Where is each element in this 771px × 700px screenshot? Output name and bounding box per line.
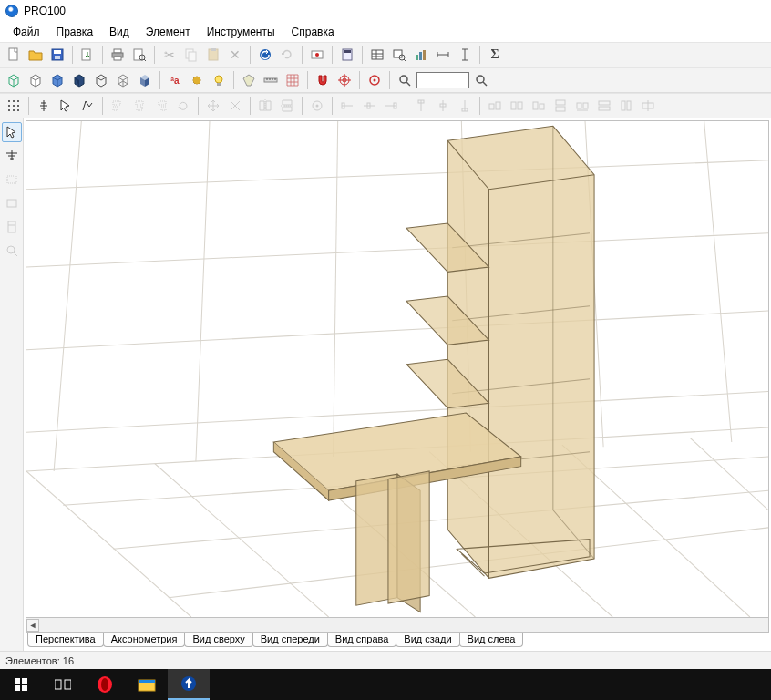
- rect2-tool-icon[interactable]: [2, 193, 22, 213]
- distrib-h1-icon[interactable]: [337, 96, 357, 116]
- dimension-h-icon[interactable]: [433, 45, 453, 65]
- start-button[interactable]: [0, 669, 42, 700]
- distrib-v1-icon[interactable]: [411, 96, 431, 116]
- separator: [406, 97, 406, 115]
- cut-icon[interactable]: ✂: [159, 45, 180, 65]
- panel-tool-icon[interactable]: [2, 217, 22, 237]
- taskbar-opera-icon[interactable]: [84, 669, 126, 700]
- grid-icon[interactable]: [283, 70, 303, 90]
- select-tool-icon[interactable]: [2, 122, 22, 142]
- dimension-v-icon[interactable]: [455, 45, 475, 65]
- flip-target-icon[interactable]: [307, 96, 327, 116]
- delete-icon[interactable]: ✕: [225, 45, 245, 65]
- tab-perspective[interactable]: Перспектива: [27, 633, 104, 647]
- save-icon[interactable]: [47, 45, 67, 65]
- snap-b8-icon[interactable]: [638, 96, 658, 116]
- tab-axonometry[interactable]: Аксонометрия: [103, 633, 186, 647]
- new-file-icon[interactable]: [4, 45, 24, 65]
- menu-file[interactable]: Файл: [5, 24, 47, 40]
- snap-grid-icon[interactable]: [4, 96, 24, 116]
- calculator-icon[interactable]: [337, 45, 357, 65]
- record-icon[interactable]: [307, 45, 327, 65]
- cube-shade-icon[interactable]: [135, 70, 155, 90]
- tag-icon[interactable]: [239, 70, 259, 90]
- paste-icon[interactable]: [203, 45, 223, 65]
- cube-blue-icon[interactable]: [47, 70, 67, 90]
- magnifier-icon[interactable]: [395, 70, 415, 90]
- cube-wire2-icon[interactable]: [113, 70, 133, 90]
- svg-rect-88: [496, 102, 500, 109]
- distrib-h3-icon[interactable]: [381, 96, 401, 116]
- align-left-icon[interactable]: [108, 96, 128, 116]
- mirror-h-icon[interactable]: [255, 96, 275, 116]
- viewport-3d[interactable]: [26, 120, 769, 618]
- scroll-left-icon[interactable]: ◄: [26, 619, 39, 632]
- search-input[interactable]: [416, 72, 469, 88]
- menu-help[interactable]: Справка: [284, 24, 342, 40]
- svg-point-17: [315, 53, 319, 57]
- snap-b2-icon[interactable]: [507, 96, 527, 116]
- rect-tool-icon[interactable]: [2, 170, 22, 190]
- snap-b3-icon[interactable]: [529, 96, 549, 116]
- chart-icon[interactable]: [411, 45, 431, 65]
- poly-icon[interactable]: [77, 96, 98, 116]
- snap-b4-icon[interactable]: [550, 96, 571, 116]
- ruler-icon[interactable]: [261, 70, 281, 90]
- import-icon[interactable]: [77, 45, 98, 65]
- tab-top-view[interactable]: Вид сверху: [184, 633, 252, 647]
- tab-right-view[interactable]: Вид справа: [327, 633, 397, 647]
- move-diag-icon[interactable]: [225, 96, 245, 116]
- align-icon[interactable]: [34, 96, 54, 116]
- light-tool-icon[interactable]: [2, 146, 22, 166]
- zoom-table-icon[interactable]: [389, 45, 409, 65]
- open-folder-icon[interactable]: [26, 45, 46, 65]
- cube-dark-icon[interactable]: [69, 70, 89, 90]
- snap-b5-icon[interactable]: [572, 96, 592, 116]
- print-icon[interactable]: [108, 45, 128, 65]
- circle-target-icon[interactable]: [365, 70, 385, 90]
- rotate-icon[interactable]: [173, 96, 193, 116]
- menu-edit[interactable]: Правка: [49, 24, 101, 40]
- mirror-v-icon[interactable]: [277, 96, 297, 116]
- table-icon[interactable]: [367, 45, 387, 65]
- align-right-icon[interactable]: [151, 96, 171, 116]
- redo-icon[interactable]: [277, 45, 297, 65]
- arrow-cursor-icon[interactable]: [56, 96, 76, 116]
- distrib-v3-icon[interactable]: [455, 96, 475, 116]
- menu-tools[interactable]: Инструменты: [200, 24, 283, 40]
- svg-point-57: [17, 100, 19, 102]
- task-view-button[interactable]: [42, 669, 84, 700]
- undo-icon[interactable]: [255, 45, 275, 65]
- tab-front-view[interactable]: Вид спереди: [252, 633, 328, 647]
- menu-element[interactable]: Элемент: [139, 24, 198, 40]
- separator: [307, 71, 308, 89]
- copy-icon[interactable]: [181, 45, 201, 65]
- tab-left-view[interactable]: Вид слева: [459, 633, 524, 647]
- snap-b6-icon[interactable]: [594, 96, 614, 116]
- cube-open-icon[interactable]: [91, 70, 111, 90]
- wire-cube-icon[interactable]: [4, 70, 24, 90]
- align-center-icon[interactable]: [129, 96, 149, 116]
- sigma-icon[interactable]: Σ: [485, 45, 505, 65]
- target-icon[interactable]: [334, 70, 355, 90]
- distrib-v2-icon[interactable]: [433, 96, 453, 116]
- gold-dot-icon[interactable]: [187, 70, 207, 90]
- tab-back-view[interactable]: Вид сзади: [396, 633, 459, 647]
- cube-outline-icon[interactable]: [26, 70, 46, 90]
- move-cross-icon[interactable]: [203, 96, 223, 116]
- svg-point-58: [8, 105, 10, 107]
- print-preview-icon[interactable]: [129, 45, 149, 65]
- menu-view[interactable]: Вид: [102, 24, 137, 40]
- zoom-tool-icon[interactable]: [2, 241, 22, 261]
- magnet-icon[interactable]: [313, 70, 333, 90]
- snap-b1-icon[interactable]: [485, 96, 505, 116]
- distrib-h2-icon[interactable]: [359, 96, 379, 116]
- svg-point-109: [7, 246, 15, 253]
- snap-b7-icon[interactable]: [616, 96, 636, 116]
- taskbar-explorer-icon[interactable]: [126, 669, 168, 700]
- taskbar-pro100-icon[interactable]: [168, 669, 210, 700]
- magnifier2-icon[interactable]: [471, 70, 491, 90]
- horizontal-scrollbar[interactable]: ◄: [26, 618, 769, 633]
- bulb-icon[interactable]: [209, 70, 229, 90]
- text-label-icon[interactable]: ªa: [165, 70, 185, 90]
